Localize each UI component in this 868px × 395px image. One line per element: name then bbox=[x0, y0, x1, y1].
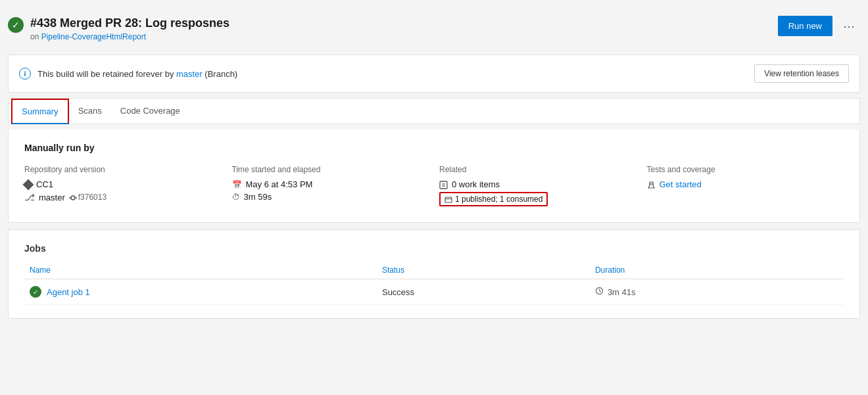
work-items-item: 0 work items bbox=[439, 179, 637, 189]
job-name-link[interactable]: Agent job 1 bbox=[47, 287, 90, 297]
table-header-row: Name Status Duration bbox=[24, 262, 844, 279]
tests-col: Tests and coverage Get started bbox=[647, 165, 844, 209]
related-col: Related 0 work items 1 published; 1 cons… bbox=[439, 165, 637, 209]
tests-label: Tests and coverage bbox=[647, 165, 844, 174]
svg-line-11 bbox=[599, 291, 601, 292]
page-title: #438 Merged PR 28: Log resposnes bbox=[30, 16, 229, 31]
work-items-count: 0 work items bbox=[452, 179, 500, 189]
jobs-card: Jobs Name Status Duration ✓ Agent job 1 bbox=[8, 229, 860, 319]
summary-grid: Repository and version CC1 ⎇ master f376… bbox=[24, 165, 844, 209]
commit-hash: f376013 bbox=[69, 193, 107, 202]
time-col: Time started and elapsed 📅 May 6 at 4:53… bbox=[232, 165, 429, 209]
svg-rect-6 bbox=[445, 197, 452, 202]
work-items-icon bbox=[439, 180, 448, 189]
get-started-link[interactable]: Get started bbox=[660, 179, 702, 189]
branch-icon: ⎇ bbox=[24, 192, 35, 202]
svg-point-0 bbox=[71, 196, 75, 200]
elapsed-time: 3m 59s bbox=[244, 192, 272, 202]
info-banner-content: i This build will be retained forever by… bbox=[19, 68, 237, 80]
job-status-text: Success bbox=[382, 287, 414, 297]
repo-version-col: Repository and version CC1 ⎇ master f376… bbox=[24, 165, 222, 209]
table-row: ✓ Agent job 1 Success 3m 41s bbox=[24, 279, 844, 305]
repo-version-label: Repository and version bbox=[24, 165, 222, 174]
clock-small-icon bbox=[595, 287, 604, 295]
header-info: #438 Merged PR 28: Log resposnes on Pipe… bbox=[30, 16, 229, 41]
related-label: Related bbox=[439, 165, 637, 174]
job-name-wrapper: ✓ Agent job 1 bbox=[30, 286, 372, 298]
diamond-icon bbox=[23, 179, 34, 190]
calendar-icon: 📅 bbox=[232, 180, 242, 189]
header-subtitle: on Pipeline-CoverageHtmlReport bbox=[30, 32, 229, 41]
test-beaker-icon bbox=[647, 181, 656, 189]
clock-icon: ⏱ bbox=[232, 193, 240, 202]
summary-card: Manually run by Repository and version C… bbox=[8, 129, 860, 223]
master-branch-link[interactable]: master bbox=[176, 69, 203, 79]
header-left: ✓ #438 Merged PR 28: Log resposnes on Pi… bbox=[8, 16, 229, 41]
more-icon: ⋯ bbox=[843, 19, 855, 34]
repo-item: CC1 bbox=[24, 179, 222, 189]
repo-name: CC1 bbox=[36, 179, 53, 189]
job-success-icon: ✓ bbox=[30, 286, 41, 298]
job-duration-cell: 3m 41s bbox=[590, 279, 844, 305]
col-header-status: Status bbox=[377, 262, 590, 279]
duration-clock-icon bbox=[595, 287, 604, 297]
artifacts-item: 1 published; 1 consumed bbox=[439, 192, 637, 206]
pipeline-link[interactable]: Pipeline-CoverageHtmlReport bbox=[41, 32, 146, 41]
tab-summary[interactable]: Summary bbox=[11, 99, 69, 124]
get-started-item: Get started bbox=[647, 179, 844, 189]
col-header-name: Name bbox=[24, 262, 377, 279]
job-status-cell: Success bbox=[377, 279, 590, 305]
time-started: May 6 at 4:53 PM bbox=[246, 179, 313, 189]
more-options-button[interactable]: ⋯ bbox=[838, 16, 860, 36]
info-banner: i This build will be retained forever by… bbox=[8, 55, 860, 93]
workitem-icon bbox=[439, 181, 448, 189]
tab-scans[interactable]: Scans bbox=[69, 99, 111, 124]
tabs-row: Summary Scans Code Coverage bbox=[9, 99, 859, 124]
run-new-button[interactable]: Run new bbox=[778, 16, 832, 36]
tabs-container: Summary Scans Code Coverage bbox=[8, 98, 860, 124]
jobs-title: Jobs bbox=[24, 243, 844, 254]
time-started-item: 📅 May 6 at 4:53 PM bbox=[232, 179, 429, 189]
tab-code-coverage[interactable]: Code Coverage bbox=[111, 99, 189, 124]
job-duration-text: 3m 41s bbox=[608, 287, 636, 297]
elapsed-item: ⏱ 3m 59s bbox=[232, 192, 429, 202]
merged-check-icon: ✓ bbox=[8, 17, 24, 33]
page-header: ✓ #438 Merged PR 28: Log resposnes on Pi… bbox=[8, 11, 860, 47]
jobs-table: Name Status Duration ✓ Agent job 1 Succe… bbox=[24, 262, 844, 305]
col-header-duration: Duration bbox=[590, 262, 844, 279]
info-icon: i bbox=[19, 68, 31, 80]
artifacts-highlight: 1 published; 1 consumed bbox=[439, 192, 548, 206]
time-label: Time started and elapsed bbox=[232, 165, 429, 174]
branch-item: ⎇ master f376013 bbox=[24, 192, 222, 202]
header-actions: Run new ⋯ bbox=[778, 16, 860, 36]
info-banner-text: This build will be retained forever by m… bbox=[37, 69, 237, 79]
view-retention-leases-button[interactable]: View retention leases bbox=[754, 64, 849, 83]
job-duration-wrapper: 3m 41s bbox=[595, 287, 838, 297]
artifact-icon bbox=[445, 195, 452, 203]
summary-card-title: Manually run by bbox=[24, 143, 844, 153]
job-name-cell: ✓ Agent job 1 bbox=[24, 279, 377, 305]
test-icon bbox=[647, 180, 656, 189]
svg-rect-3 bbox=[440, 181, 447, 189]
branch-name: master bbox=[39, 193, 65, 202]
commit-icon bbox=[69, 194, 77, 202]
